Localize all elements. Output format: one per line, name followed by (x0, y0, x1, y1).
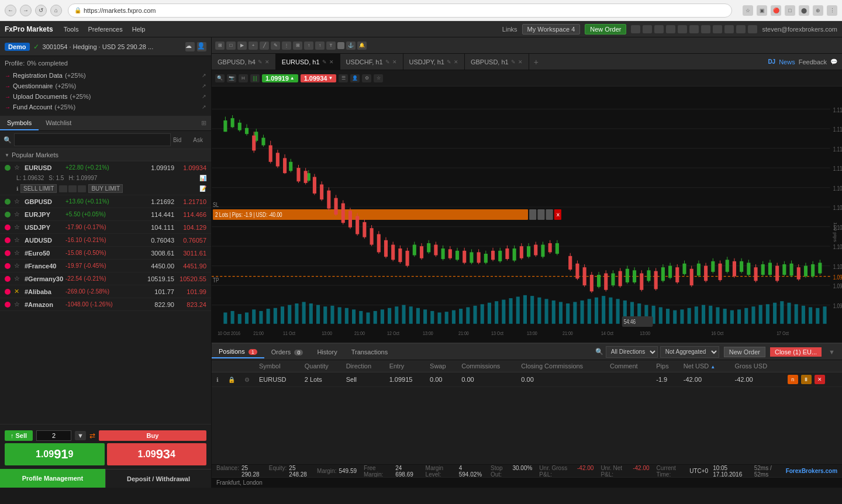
alibaba-star[interactable]: ✕ (14, 288, 22, 295)
sell-limit-button[interactable]: SELL LIMIT (20, 184, 57, 193)
tab-usdchf-h1[interactable]: USDCHF, h1 ✎ ✕ (340, 54, 403, 70)
edit-icon4[interactable]: ✎ (447, 59, 451, 65)
ticon4[interactable] (666, 25, 675, 33)
th-pips[interactable]: Pips (651, 360, 679, 372)
list-item[interactable]: ☆ #Amazon -1048.00 (-1.26%) 822.90 823.2… (0, 298, 211, 311)
layout-icon[interactable]: ⊞ (196, 116, 211, 130)
edit-icon[interactable]: ✎ (258, 59, 263, 65)
th-settings[interactable] (240, 360, 254, 372)
menu-preferences[interactable]: Preferences (84, 25, 126, 34)
toolbar-links[interactable]: Links (502, 26, 517, 33)
back-button[interactable]: ← (5, 5, 16, 16)
buy-limit-button[interactable]: BUY LIMIT (88, 184, 123, 193)
eurusd-row[interactable]: ☆ EURUSD +22.80 (+0.21%) 1.09919 1.09934 (0, 161, 211, 174)
ticon6[interactable] (689, 25, 699, 33)
edit-icon2[interactable]: ✎ (322, 59, 327, 65)
ct-icon6[interactable]: ✎ (271, 42, 280, 50)
add-tab-button[interactable]: + (529, 56, 543, 68)
ct-icon5[interactable]: ╱ (260, 42, 269, 50)
eurjpy-star[interactable]: ☆ (14, 210, 22, 218)
tl1[interactable] (59, 185, 67, 192)
buy-price-button[interactable]: 1.09934 (107, 443, 207, 465)
close-icon3[interactable]: ✕ (392, 59, 397, 65)
user-icon[interactable]: 👤 (197, 42, 206, 51)
menu-help[interactable]: Help (129, 25, 149, 34)
ct-icon1[interactable]: ⊞ (215, 42, 225, 50)
list-item[interactable]: ☆ #Euro50 -15.08 (-0.50%) 3008.61 3011.6… (0, 247, 211, 260)
ct-icon8[interactable]: ⊞ (293, 42, 302, 50)
ct-icon2[interactable]: □ (226, 42, 236, 50)
ext-link2[interactable]: ↗ (202, 83, 206, 89)
new-order-panel-button[interactable]: New Order (724, 347, 765, 357)
tab-usdjpy-h1[interactable]: USDJPY, h1 ✎ ✕ (403, 54, 465, 70)
menu-tools[interactable]: Tools (60, 25, 82, 34)
tab-watchlist[interactable]: Watchlist (39, 116, 78, 130)
directions-filter[interactable]: All Directions Buy Sell (606, 346, 658, 358)
list-item[interactable]: ☆ AUDUSD -16.10 (-0.21%) 0.76043 0.76057 (0, 234, 211, 247)
ext-link1[interactable]: ↗ (202, 73, 206, 78)
cit-camera[interactable]: 📷 (227, 74, 236, 82)
euro50-star[interactable]: ☆ (14, 249, 22, 257)
germany30-star[interactable]: ☆ (14, 275, 22, 282)
th-gross-usd[interactable]: Gross USD (730, 360, 782, 372)
list-item[interactable]: ☆ EURUSD +22.80 (+0.21%) 1.09919 1.09934… (0, 161, 211, 195)
ct-icon3[interactable]: ▶ (237, 42, 247, 50)
qty-dropdown[interactable]: ▼ (75, 431, 86, 440)
cit-star2[interactable]: ☆ (374, 74, 383, 82)
tl3[interactable] (78, 185, 86, 192)
feedback-button[interactable]: Feedback (799, 58, 827, 65)
ct-icon11[interactable]: T (326, 42, 336, 50)
tab-gbpusd-h1[interactable]: GBPUSD, h1 ✎ ✕ (465, 54, 529, 70)
new-order-toolbar-button[interactable]: New Order (585, 24, 626, 34)
cit-signal[interactable]: ||| (250, 74, 260, 82)
ticon5[interactable] (678, 25, 687, 33)
cit-search[interactable]: 🔍 (215, 74, 225, 82)
th-entry[interactable]: Entry (385, 360, 425, 372)
sell-price-button[interactable]: 1.09919 (5, 443, 105, 465)
tab-transactions[interactable]: Transactions (344, 346, 395, 358)
list-item[interactable]: ☆ #Germany30 -22.54 (-0.21%) 10519.15 10… (0, 272, 211, 285)
profile-management-button[interactable]: Profile Management (0, 469, 105, 488)
table-row[interactable]: ℹ 🔒 ⚙ EURUSD 2 Lots Sell 1.09915 0.00 0.… (212, 372, 842, 387)
info-icon[interactable]: ℹ (16, 186, 18, 192)
eurusd-chart-icon[interactable]: 📊 (199, 175, 206, 181)
tl2[interactable] (68, 185, 77, 192)
cit-h[interactable]: H (239, 74, 248, 82)
ticon10[interactable] (736, 25, 746, 33)
ticon3[interactable] (654, 25, 664, 33)
list-item[interactable]: ☆ #France40 -19.97 (-0.45%) 4450.00 4451… (0, 260, 211, 272)
td-settings[interactable]: ⚙ (240, 372, 254, 387)
gbpusd-star[interactable]: ☆ (14, 198, 22, 205)
amazon-star[interactable]: ☆ (14, 301, 22, 308)
tab-gbpusd-h4[interactable]: GBPUSD, h4 ✎ ✕ (212, 54, 276, 70)
usdjpy-star[interactable]: ☆ (14, 223, 22, 231)
url-bar[interactable]: 🔒 https://markets.fxpro.com (68, 4, 732, 18)
th-closing-commissions[interactable]: Closing Commissions (516, 360, 605, 372)
ct-icon12[interactable]: ⚓ (346, 42, 356, 50)
cit-person[interactable]: 👤 (350, 74, 360, 82)
forward-button[interactable]: → (20, 5, 32, 16)
th-quantity[interactable]: Quantity (300, 360, 341, 372)
ct-icon10[interactable]: ↑ (315, 42, 325, 50)
th-net-usd[interactable]: Net USD ▲ (679, 360, 730, 372)
ticon9[interactable] (724, 25, 734, 33)
ticon11[interactable] (748, 25, 757, 33)
td-lock[interactable]: 🔒 (223, 372, 240, 387)
ticon1[interactable] (631, 25, 640, 33)
sell-button[interactable]: ↑ Sell (5, 430, 33, 441)
ext-link4[interactable]: ↗ (202, 104, 206, 110)
ct-icon7[interactable]: ⋮ (282, 42, 291, 50)
close-all-button[interactable]: Close (1) EU... (770, 347, 822, 357)
tab-symbols[interactable]: Symbols (0, 116, 39, 130)
cit-settings2[interactable]: ⚙ (362, 74, 371, 82)
th-lock[interactable] (223, 360, 240, 372)
tab-positions[interactable]: Positions 1 (212, 346, 264, 358)
swap-icon[interactable]: ⇄ (89, 431, 95, 440)
ext3-icon[interactable]: □ (785, 5, 795, 16)
ext4-icon[interactable]: ⬤ (799, 5, 809, 16)
ticon8[interactable] (713, 25, 722, 33)
cit-list[interactable]: ☰ (339, 74, 348, 82)
list-item[interactable]: ☆ USDJPY -17.90 (-0.17%) 104.111 104.129 (0, 221, 211, 234)
ct-icon4[interactable]: + (249, 42, 258, 50)
buy-button[interactable]: Buy (99, 430, 206, 441)
